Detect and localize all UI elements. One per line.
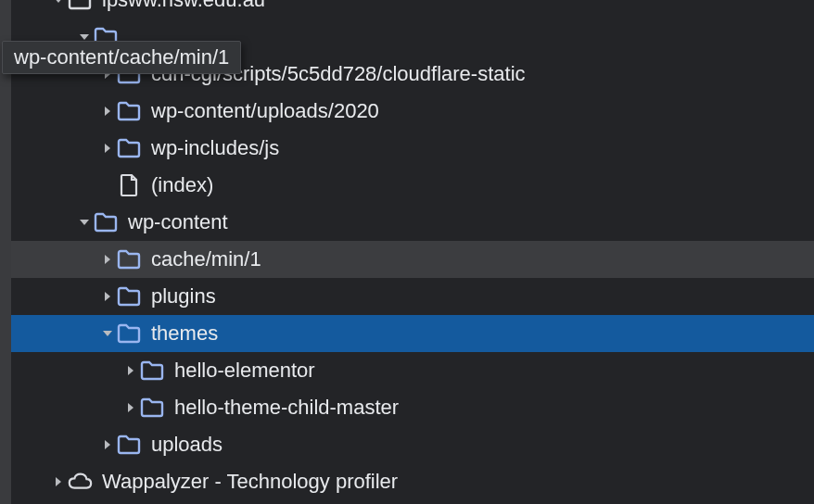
folder-icon xyxy=(139,397,165,418)
tree-item-label: wp-content xyxy=(128,210,228,234)
tree-item-label: uploads xyxy=(151,433,223,457)
tree-row[interactable]: wp-content/uploads/2020 xyxy=(11,93,814,130)
indent xyxy=(11,185,99,186)
indent xyxy=(11,148,99,149)
tree-row[interactable]: Wappalyzer - Technology profiler xyxy=(11,463,814,500)
indent xyxy=(11,296,99,297)
folder-outline-icon xyxy=(67,0,93,10)
tree-row[interactable]: (index) xyxy=(11,167,814,204)
chevron-right-icon[interactable] xyxy=(122,365,139,376)
indent xyxy=(11,111,99,112)
indent xyxy=(11,259,99,260)
tree-row[interactable]: ipsww.nsw.edu.au xyxy=(11,0,814,19)
tree-item-label: wp-includes/js xyxy=(151,136,279,160)
folder-icon xyxy=(116,249,142,270)
chevron-right-icon[interactable] xyxy=(99,291,116,302)
chevron-right-icon[interactable] xyxy=(99,254,116,265)
tree-item-label: (index) xyxy=(151,173,213,197)
folder-icon xyxy=(116,435,142,455)
tree-item-label: Wappalyzer - Technology profiler xyxy=(102,470,398,494)
tree-row[interactable]: hello-theme-child-master xyxy=(11,389,814,426)
chevron-right-icon[interactable] xyxy=(99,143,116,154)
chevron-down-icon[interactable] xyxy=(50,0,67,6)
chevron-right-icon[interactable] xyxy=(50,476,67,487)
tree-item-label: hello-theme-child-master xyxy=(174,396,399,420)
tree: ipsww.nsw.edu.aucdn-cgi/scripts/5c5dd728… xyxy=(11,0,814,500)
folder-icon xyxy=(93,212,119,233)
folder-icon xyxy=(139,360,165,381)
tree-row[interactable]: wp-content xyxy=(11,204,814,241)
folder-icon xyxy=(116,101,142,121)
file-icon xyxy=(116,173,142,197)
indent xyxy=(11,37,76,38)
tooltip: wp-content/cache/min/1 xyxy=(2,41,241,74)
indent xyxy=(11,408,122,409)
tree-row[interactable]: hello-elementor xyxy=(11,352,814,389)
indent xyxy=(11,371,122,372)
indent xyxy=(11,482,50,483)
chevron-right-icon[interactable] xyxy=(99,106,116,117)
tree-item-label: cache/min/1 xyxy=(151,247,261,271)
panel-left-border xyxy=(0,0,11,504)
folder-icon xyxy=(116,138,142,158)
indent xyxy=(11,334,99,334)
tree-row[interactable]: uploads xyxy=(11,426,814,463)
chevron-right-icon[interactable] xyxy=(122,402,139,413)
tree-item-label: ipsww.nsw.edu.au xyxy=(102,0,265,12)
tree-row[interactable]: plugins xyxy=(11,278,814,315)
chevron-down-icon[interactable] xyxy=(99,328,116,339)
indent xyxy=(11,0,50,1)
indent xyxy=(11,222,76,223)
cloud-icon xyxy=(67,472,93,492)
indent xyxy=(11,445,99,446)
folder-icon xyxy=(116,286,142,307)
tree-item-label: plugins xyxy=(151,284,216,309)
tree-item-label: themes xyxy=(151,321,218,346)
tree-row[interactable]: cache/min/1 xyxy=(11,241,814,278)
tree-item-label: hello-elementor xyxy=(174,359,315,383)
folder-icon xyxy=(116,323,142,344)
chevron-right-icon[interactable] xyxy=(99,439,116,450)
tree-item-label: wp-content/uploads/2020 xyxy=(151,99,379,123)
chevron-down-icon[interactable] xyxy=(76,217,93,228)
file-tree-panel: ipsww.nsw.edu.aucdn-cgi/scripts/5c5dd728… xyxy=(0,0,814,504)
tree-row[interactable]: themes xyxy=(11,315,814,352)
tree-row[interactable]: wp-includes/js xyxy=(11,130,814,167)
